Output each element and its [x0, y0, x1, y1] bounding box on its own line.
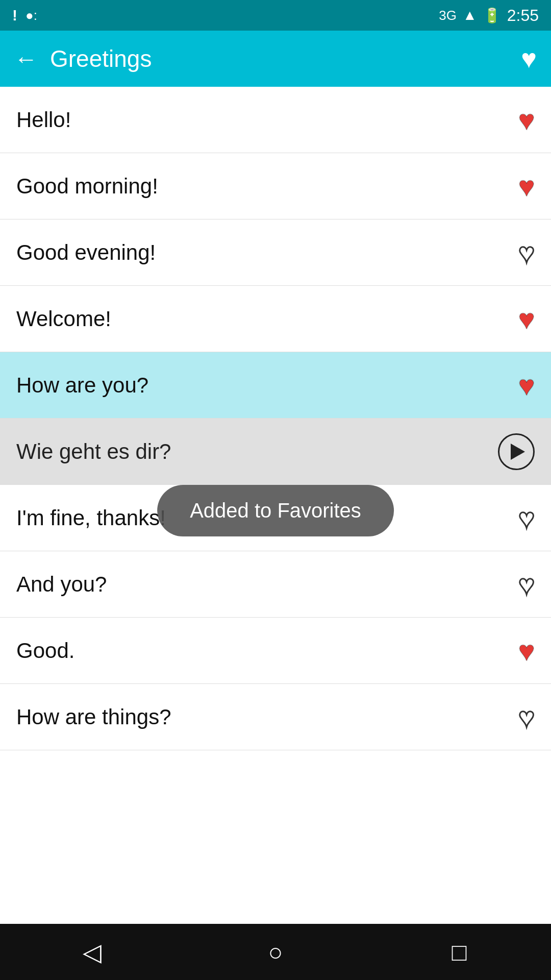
back-button[interactable]: ← — [14, 45, 38, 72]
heart-outline-icon[interactable]: ♥ — [518, 502, 535, 534]
app-bar-left: ← Greetings — [14, 45, 152, 72]
nav-home-button[interactable]: ○ — [250, 926, 301, 977]
list-item[interactable]: Good.♥ — [0, 618, 551, 684]
play-triangle-icon — [511, 444, 525, 460]
heart-filled-icon[interactable]: ♥ — [518, 170, 535, 202]
nav-bar: ◁ ○ □ — [0, 924, 551, 980]
list-item-text: Welcome! — [16, 307, 111, 331]
battery-icon: 🔋 — [483, 7, 501, 24]
list-item[interactable]: How are you?♥ — [0, 352, 551, 419]
list-item-text: Good. — [16, 639, 74, 663]
signal-icon: ▲ — [463, 7, 477, 23]
list-item-text: Good morning! — [16, 174, 158, 199]
list-item[interactable]: Welcome!♥ — [0, 286, 551, 352]
list-item[interactable]: And you?♥ — [0, 551, 551, 618]
list-item[interactable]: Good evening!♥ — [0, 219, 551, 286]
list-item[interactable]: I'm fine, thanks!♥ — [0, 485, 551, 551]
play-button[interactable] — [498, 433, 535, 470]
status-bar: ! ●: 3G ▲ 🔋 2:55 — [0, 0, 551, 31]
nav-recent-button[interactable]: □ — [434, 926, 485, 977]
list-container: Hello!♥Good morning!♥Good evening!♥Welco… — [0, 87, 551, 924]
list-item-text: How are things? — [16, 705, 171, 729]
list-item-text: And you? — [16, 572, 107, 597]
list-item-text: Hello! — [16, 108, 71, 132]
status-left: ! ●: — [12, 7, 37, 24]
heart-filled-icon[interactable]: ♥ — [518, 303, 535, 335]
heart-filled-icon[interactable]: ♥ — [518, 370, 535, 401]
list-item-text: Good evening! — [16, 240, 156, 265]
heart-outline-icon[interactable]: ♥ — [518, 701, 535, 733]
heart-filled-icon[interactable]: ♥ — [518, 104, 535, 136]
list-item[interactable]: Wie geht es dir? — [0, 419, 551, 485]
list-item[interactable]: Good morning!♥ — [0, 153, 551, 219]
list-item-text: Wie geht es dir? — [16, 439, 171, 464]
heart-outline-icon[interactable]: ♥ — [518, 569, 535, 600]
greeting-list: Hello!♥Good morning!♥Good evening!♥Welco… — [0, 87, 551, 750]
heart-outline-icon[interactable]: ♥ — [518, 237, 535, 268]
list-item-text: How are you? — [16, 373, 148, 398]
nav-back-button[interactable]: ◁ — [66, 926, 117, 977]
heart-filled-icon[interactable]: ♥ — [518, 635, 535, 667]
time-label: 2:55 — [507, 6, 539, 25]
status-right: 3G ▲ 🔋 2:55 — [439, 6, 539, 25]
list-item-text: I'm fine, thanks! — [16, 506, 166, 530]
app-bar: ← Greetings ♥ — [0, 31, 551, 87]
network-label: 3G — [439, 8, 457, 23]
favorites-button[interactable]: ♥ — [521, 43, 537, 74]
list-item[interactable]: Hello!♥ — [0, 87, 551, 153]
notification-icon: ! — [12, 7, 17, 24]
list-item[interactable]: How are things?♥ — [0, 684, 551, 750]
media-icon: ●: — [26, 8, 37, 23]
page-title: Greetings — [50, 45, 152, 72]
